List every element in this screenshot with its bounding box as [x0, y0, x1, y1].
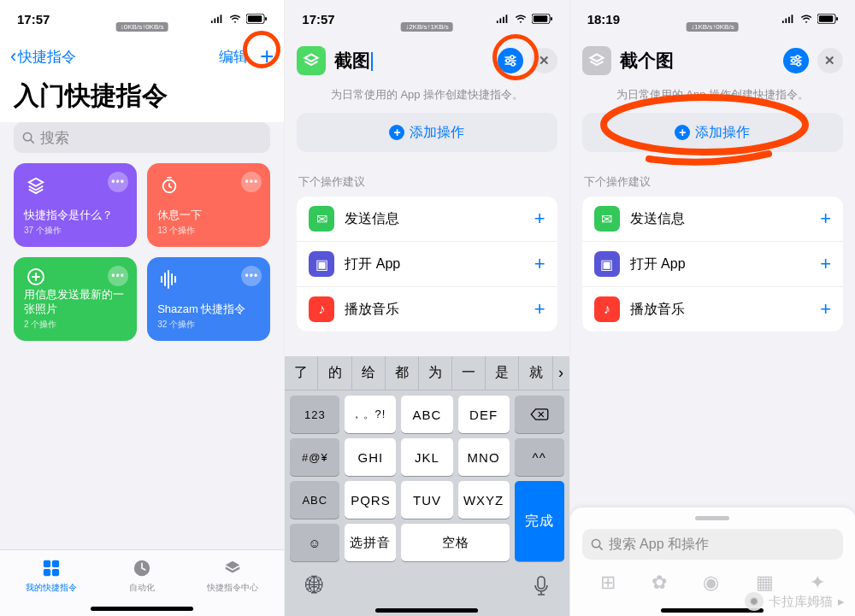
net-speed-badge: ↓0KB/s↑0KB/s	[116, 22, 168, 32]
message-plus-icon	[24, 267, 48, 288]
shortcut-card[interactable]: ••• Shazam 快捷指令32 个操作	[147, 257, 270, 341]
add-icon[interactable]: +	[534, 298, 545, 320]
globe-icon[interactable]: 🌐︎	[305, 575, 324, 597]
svg-line-4	[31, 139, 33, 142]
section-title: 下个操作建议	[570, 152, 855, 197]
card-more-icon[interactable]: •••	[241, 172, 262, 192]
search-icon	[591, 538, 604, 551]
home-indicator[interactable]	[91, 607, 193, 611]
list-item[interactable]: ✉︎发送信息+	[297, 197, 557, 242]
shortcut-card[interactable]: ••• 用信息发送最新的一张照片2 个操作	[14, 257, 137, 341]
settings-button[interactable]	[498, 48, 523, 73]
close-button[interactable]: ✕	[532, 48, 557, 73]
key-sym[interactable]: #@¥	[290, 438, 339, 476]
mic-icon[interactable]	[534, 576, 549, 596]
tab-my-shortcuts[interactable]: 我的快捷指令	[26, 557, 77, 594]
close-button[interactable]: ✕	[817, 48, 843, 73]
grab-handle[interactable]	[695, 516, 729, 520]
edit-button[interactable]: 编辑	[219, 47, 248, 67]
key-ghi[interactable]: GHI	[345, 438, 396, 476]
candidate[interactable]: 一	[452, 356, 486, 390]
key-wxyz[interactable]: WXYZ	[458, 481, 510, 519]
status-indicators	[781, 14, 838, 24]
shortcut-name-input[interactable]: 截个图	[620, 49, 775, 73]
list-item[interactable]: ♪播放音乐+	[582, 287, 843, 331]
candidate[interactable]: 就	[519, 356, 552, 390]
tab-gallery[interactable]: 快捷指令中心	[207, 557, 258, 594]
nav-bar: ‹快捷指令 编辑 +	[0, 38, 284, 75]
key-backspace[interactable]	[515, 396, 564, 433]
status-bar: 18:19	[570, 0, 855, 38]
candidate[interactable]: 了	[285, 356, 318, 390]
candidate[interactable]: 是	[486, 356, 519, 390]
add-icon[interactable]: +	[534, 208, 545, 230]
key-pinyin[interactable]: 选拼音	[345, 524, 396, 561]
messages-icon: ✉︎	[309, 206, 334, 232]
key-latin[interactable]: ABC	[290, 481, 339, 519]
tab-automation[interactable]: 自动化	[129, 557, 155, 594]
category-icon[interactable]: ⊞	[600, 572, 616, 594]
add-action-button[interactable]: + 添加操作	[582, 113, 843, 152]
search-field[interactable]: 搜索	[14, 122, 270, 153]
key-def[interactable]: DEF	[458, 396, 510, 433]
shortcut-icon[interactable]	[297, 46, 326, 75]
svg-rect-29	[836, 17, 838, 21]
add-icon[interactable]: +	[820, 208, 831, 230]
back-button[interactable]: ‹快捷指令	[10, 45, 76, 67]
category-icon[interactable]: ✦	[810, 572, 825, 594]
key-punct[interactable]: , 。?!	[345, 396, 396, 433]
phone-editor-sheet: 18:19 ↓1KB/s↑0KB/s 截个图 ✕ 为日常使用的 App 操作创建…	[570, 0, 855, 616]
svg-rect-2	[265, 17, 267, 21]
card-more-icon[interactable]: •••	[108, 172, 128, 192]
svg-rect-26	[538, 577, 545, 589]
key-face[interactable]: ^^	[515, 438, 564, 476]
svg-rect-12	[44, 560, 50, 567]
action-search-field[interactable]: 搜索 App 和操作	[582, 529, 843, 560]
keyboard: 了 的 给 都 为 一 是 就 › 123 , 。?! ABC DEF #@¥ …	[285, 356, 569, 616]
shortcut-card[interactable]: ••• 休息一下13 个操作	[147, 163, 270, 247]
shortcut-card[interactable]: ••• 快捷指令是什么？37 个操作	[14, 163, 137, 247]
candidate-expand[interactable]: ›	[553, 356, 569, 390]
card-more-icon[interactable]: •••	[108, 266, 128, 286]
key-123[interactable]: 123	[290, 396, 339, 433]
home-indicator[interactable]	[375, 608, 478, 613]
list-item[interactable]: ▣打开 App+	[297, 242, 557, 287]
plus-circle-icon: +	[675, 125, 690, 140]
add-icon[interactable]: +	[534, 253, 545, 275]
key-pqrs[interactable]: PQRS	[345, 481, 396, 519]
svg-rect-18	[534, 15, 547, 22]
shortcut-icon[interactable]	[582, 46, 611, 75]
key-tuv[interactable]: TUV	[401, 481, 452, 519]
svg-rect-19	[551, 17, 552, 21]
add-shortcut-button[interactable]: +	[260, 44, 274, 68]
category-icon[interactable]: ✿	[652, 572, 667, 594]
card-more-icon[interactable]: •••	[241, 266, 262, 286]
list-item[interactable]: ♪播放音乐+	[297, 287, 557, 331]
category-icon[interactable]: ▦	[756, 572, 774, 594]
key-mno[interactable]: MNO	[458, 438, 510, 476]
key-abc[interactable]: ABC	[401, 396, 452, 433]
list-item[interactable]: ▣打开 App+	[582, 242, 843, 287]
add-icon[interactable]: +	[820, 253, 831, 275]
key-emoji[interactable]: ☺	[290, 524, 339, 561]
key-space[interactable]: 空格	[401, 524, 509, 561]
candidate[interactable]: 都	[386, 356, 419, 390]
svg-rect-28	[819, 15, 833, 22]
settings-button[interactable]	[783, 48, 809, 73]
candidate[interactable]: 给	[352, 356, 386, 390]
candidate[interactable]: 为	[419, 356, 452, 390]
category-icon[interactable]: ◉	[703, 572, 719, 594]
page-title: 入门快捷指令	[0, 75, 284, 122]
svg-point-25	[511, 62, 515, 66]
key-done[interactable]: 完成	[515, 481, 564, 561]
layers-icon	[221, 557, 244, 579]
key-jkl[interactable]: JKL	[401, 438, 452, 476]
editor-header: 截个图 ✕	[570, 38, 855, 84]
candidate[interactable]: 的	[318, 356, 351, 390]
hint-text: 为日常使用的 App 操作创建快捷指令。	[285, 84, 569, 111]
shortcut-name-input[interactable]: 截图	[334, 49, 488, 73]
list-item[interactable]: ✉︎发送信息+	[582, 197, 843, 242]
status-time: 18:19	[587, 12, 620, 26]
add-action-button[interactable]: + 添加操作	[297, 113, 557, 152]
add-icon[interactable]: +	[820, 298, 831, 320]
